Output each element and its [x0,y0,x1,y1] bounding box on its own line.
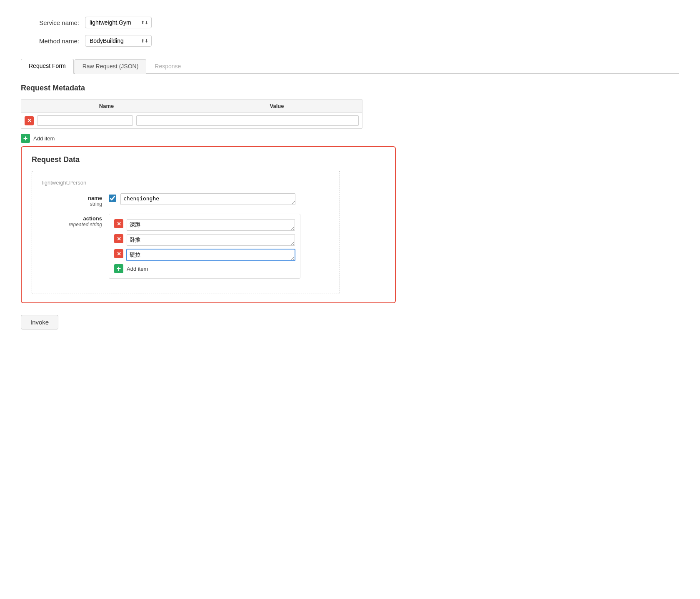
name-field-label-col: name string [42,193,109,207]
service-name-select-wrapper: lightweight.Gym ⬆⬇ [85,17,152,28]
remove-icon-1: ✕ [117,236,121,242]
add-icon-actions: + [117,265,121,272]
metadata-add-item-row: + Add item [21,134,679,143]
method-name-label: Method name: [21,37,79,45]
actions-add-button[interactable]: + [114,264,123,273]
method-name-row: Method name: BodyBuilding ⬆⬇ [21,35,679,47]
person-type-label: lightweight.Person [42,180,330,186]
metadata-col-value: Value [192,100,362,112]
tab-request-form[interactable]: Request Form [21,59,74,74]
actions-add-item-row: + Add item [114,264,295,273]
tabs-container: Request Form Raw Request (JSON) Response [21,58,679,74]
actions-item-input-2[interactable]: 硬拉 [127,249,295,261]
actions-inner-box: ✕ 深蹲 ✕ 卧推 [109,214,300,279]
metadata-add-button[interactable]: + [21,134,30,143]
actions-item-input-1[interactable]: 卧推 [127,234,295,246]
invoke-button[interactable]: Invoke [21,315,58,329]
actions-remove-button-2[interactable]: ✕ [114,249,123,258]
name-field-type: string [42,201,102,207]
actions-field-name: actions [42,215,102,222]
metadata-row: ✕ [21,113,362,128]
tab-response[interactable]: Response [147,60,188,74]
name-field-checkbox[interactable] [109,195,116,202]
metadata-name-input[interactable] [37,115,133,126]
name-field-name: name [42,195,102,201]
remove-icon-2: ✕ [117,251,121,257]
metadata-table: Name Value ✕ [21,99,362,129]
actions-field-control: ✕ 深蹲 ✕ 卧推 [109,214,330,279]
content-area: Request Metadata Name Value ✕ + Add item… [21,74,679,339]
actions-field-row: actions repeated string ✕ 深蹲 [42,214,330,279]
metadata-header: Name Value [21,100,362,113]
actions-field-label-col: actions repeated string [42,214,109,227]
actions-item-input-0[interactable]: 深蹲 [127,219,295,231]
actions-remove-button-1[interactable]: ✕ [114,234,123,243]
remove-icon: ✕ [27,117,32,124]
actions-item-row-2: ✕ 硬拉 [114,249,295,261]
metadata-col-name: Name [21,100,192,112]
actions-item-row-0: ✕ 深蹲 [114,219,295,231]
request-data-section: Request Data lightweight.Person name str… [21,146,396,303]
add-icon: + [23,135,28,142]
tab-raw-request[interactable]: Raw Request (JSON) [75,59,147,74]
service-name-row: Service name: lightweight.Gym ⬆⬇ [21,17,679,28]
method-name-select-wrapper: BodyBuilding ⬆⬇ [85,35,152,47]
actions-remove-button-0[interactable]: ✕ [114,219,123,228]
request-metadata-title: Request Metadata [21,84,679,92]
actions-field-type: repeated string [42,222,102,227]
service-name-select[interactable]: lightweight.Gym [85,17,152,28]
name-field-row: name string chenqionghe [42,193,330,207]
metadata-value-input[interactable] [136,115,359,126]
person-box: lightweight.Person name string chenqiong… [32,171,340,294]
actions-item-row-1: ✕ 卧推 [114,234,295,246]
metadata-add-item-label: Add item [33,135,55,142]
remove-icon-0: ✕ [117,221,121,227]
metadata-remove-button[interactable]: ✕ [25,116,34,125]
actions-add-item-label: Add item [127,266,148,272]
name-field-input[interactable]: chenqionghe [120,193,295,205]
request-data-title: Request Data [32,155,385,164]
service-name-label: Service name: [21,19,79,26]
name-field-control: chenqionghe [109,193,330,205]
method-name-select[interactable]: BodyBuilding [85,35,152,47]
